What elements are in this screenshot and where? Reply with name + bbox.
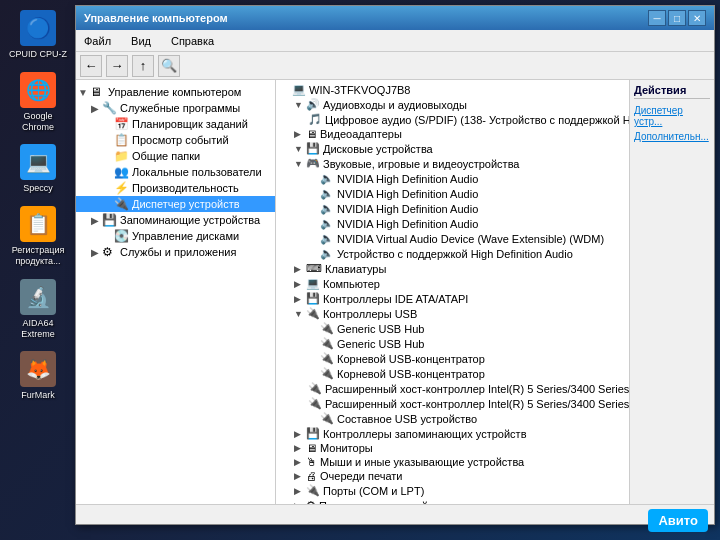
left-tree-item-6[interactable]: ⚡ Производительность	[76, 180, 275, 196]
device-item-16[interactable]: 🔌 Generic USB Hub	[276, 321, 629, 336]
device-item-1[interactable]: ▼ 🔊 Аудиовходы и аудиовыходы	[276, 97, 629, 112]
desktop-icon-aida64[interactable]: 🔬 AIDA64 Extreme	[8, 279, 68, 340]
dev-icon: 🔈	[320, 217, 334, 230]
desktop-icon-furmark[interactable]: 🦊 FurMark	[8, 351, 68, 401]
device-item-0[interactable]: 💻 WIN-3TFKVOQJ7B8	[276, 82, 629, 97]
tree-arrow: ▶	[88, 247, 102, 258]
dev-label: Generic USB Hub	[337, 323, 424, 335]
dev-icon: 💻	[306, 277, 320, 290]
speccy-icon: 💻	[20, 144, 56, 180]
action-link-1[interactable]: Диспетчер устр...	[634, 105, 710, 127]
cpuid-label: CPUID CPU-Z	[9, 49, 67, 60]
tree-label: Локальные пользователи	[132, 166, 262, 178]
left-tree-item-4[interactable]: 📁 Общие папки	[76, 148, 275, 164]
device-item-13[interactable]: ▶ 💻 Компьютер	[276, 276, 629, 291]
dev-icon: 🎮	[306, 157, 320, 170]
tree-label: Просмотр событий	[132, 134, 229, 146]
device-item-9[interactable]: 🔈 NVIDIA High Definition Audio	[276, 216, 629, 231]
tree-icon: ⚙	[102, 245, 118, 259]
device-item-22[interactable]: 🔌 Составное USB устройство	[276, 411, 629, 426]
device-item-27[interactable]: ▶ 🔌 Порты (COM и LPT)	[276, 483, 629, 498]
device-item-19[interactable]: 🔌 Корневой USB-концентратор	[276, 366, 629, 381]
tree-label: Управление компьютером	[108, 86, 241, 98]
back-button[interactable]: ←	[80, 55, 102, 77]
actions-panel: Действия Диспетчер устр... Дополнительн.…	[629, 80, 714, 504]
device-item-3[interactable]: ▶ 🖥 Видеоадаптеры	[276, 127, 629, 141]
dev-label: NVIDIA High Definition Audio	[337, 218, 478, 230]
dev-icon: 🔊	[306, 98, 320, 111]
tree-label: Диспетчер устройств	[132, 198, 240, 210]
device-item-2[interactable]: 🎵 Цифровое аудио (S/PDIF) (138- Устройст…	[276, 112, 629, 127]
expand-arrow: ▼	[294, 100, 306, 110]
tree-label: Запоминающие устройства	[120, 214, 260, 226]
left-tree-item-3[interactable]: 📋 Просмотр событий	[76, 132, 275, 148]
desktop-icon-chrome[interactable]: 🌐 Google Chrome	[8, 72, 68, 133]
device-item-12[interactable]: ▶ ⌨ Клавиатуры	[276, 261, 629, 276]
device-item-6[interactable]: 🔈 NVIDIA High Definition Audio	[276, 171, 629, 186]
dev-icon: 🔈	[320, 172, 334, 185]
expand-arrow: ▶	[294, 486, 306, 496]
up-button[interactable]: ↑	[132, 55, 154, 77]
furmark-label: FurMark	[21, 390, 55, 401]
desktop-icon-cpuid[interactable]: 🔵 CPUID CPU-Z	[8, 10, 68, 60]
menu-file[interactable]: Файл	[80, 34, 115, 48]
device-item-15[interactable]: ▼ 🔌 Контроллеры USB	[276, 306, 629, 321]
device-item-4[interactable]: ▼ 💾 Дисковые устройства	[276, 141, 629, 156]
reg-label: Регистрация продукта...	[8, 245, 68, 267]
device-item-10[interactable]: 🔈 NVIDIA Virtual Audio Device (Wave Exte…	[276, 231, 629, 246]
device-item-21[interactable]: 🔌 Расширенный хост-контроллер Intel(R) 5…	[276, 396, 629, 411]
dev-icon: 💻	[292, 83, 306, 96]
left-tree-item-5[interactable]: 👥 Локальные пользователи	[76, 164, 275, 180]
menu-view[interactable]: Вид	[127, 34, 155, 48]
cpuid-icon: 🔵	[20, 10, 56, 46]
action-link-2[interactable]: Дополнительн...	[634, 131, 710, 142]
search-button[interactable]: 🔍	[158, 55, 180, 77]
maximize-button[interactable]: □	[668, 10, 686, 26]
left-tree-item-2[interactable]: 📅 Планировщик заданий	[76, 116, 275, 132]
dev-icon: 🖥	[306, 442, 317, 454]
dev-label: Контроллеры запоминающих устройств	[323, 428, 526, 440]
device-item-26[interactable]: ▶ 🖨 Очереди печати	[276, 469, 629, 483]
dev-icon: 🔌	[320, 412, 334, 425]
left-tree-item-10[interactable]: ▶ ⚙ Службы и приложения	[76, 244, 275, 260]
desktop-icon-reg[interactable]: 📋 Регистрация продукта...	[8, 206, 68, 267]
tree-arrow: ▶	[88, 215, 102, 226]
aida64-icon: 🔬	[20, 279, 56, 315]
dev-label: Корневой USB-концентратор	[337, 353, 485, 365]
menu-bar: Файл Вид Справка	[76, 30, 714, 52]
menu-help[interactable]: Справка	[167, 34, 218, 48]
desktop: 🔵 CPUID CPU-Z 🌐 Google Chrome 💻 Speccy 📋…	[0, 0, 720, 540]
device-item-14[interactable]: ▶ 💾 Контроллеры IDE ATA/ATAPI	[276, 291, 629, 306]
dev-label: Мониторы	[320, 442, 373, 454]
right-panel[interactable]: 💻 WIN-3TFKVOQJ7B8 ▼ 🔊 Аудиовходы и аудио…	[276, 80, 629, 504]
device-item-5[interactable]: ▼ 🎮 Звуковые, игровые и видеоустройства	[276, 156, 629, 171]
close-button[interactable]: ✕	[688, 10, 706, 26]
device-item-8[interactable]: 🔈 NVIDIA High Definition Audio	[276, 201, 629, 216]
left-tree-item-9[interactable]: 💽 Управление дисками	[76, 228, 275, 244]
minimize-button[interactable]: ─	[648, 10, 666, 26]
device-item-17[interactable]: 🔌 Generic USB Hub	[276, 336, 629, 351]
dev-label: Составное USB устройство	[337, 413, 477, 425]
device-item-7[interactable]: 🔈 NVIDIA High Definition Audio	[276, 186, 629, 201]
expand-arrow: ▶	[294, 279, 306, 289]
dev-icon: 🔈	[320, 232, 334, 245]
forward-button[interactable]: →	[106, 55, 128, 77]
desktop-icon-speccy[interactable]: 💻 Speccy	[8, 144, 68, 194]
device-item-18[interactable]: 🔌 Корневой USB-концентратор	[276, 351, 629, 366]
device-item-25[interactable]: ▶ 🖱 Мыши и иные указывающие устройства	[276, 455, 629, 469]
dev-icon: 🔌	[308, 382, 322, 395]
actions-title: Действия	[634, 84, 710, 99]
left-tree-item-8[interactable]: ▶ 💾 Запоминающие устройства	[76, 212, 275, 228]
device-item-11[interactable]: 🔈 Устройство с поддержкой High Definitio…	[276, 246, 629, 261]
left-panel[interactable]: ▼ 🖥 Управление компьютером ▶ 🔧 Служебные…	[76, 80, 276, 504]
main-window: Управление компьютером ─ □ ✕ Файл Вид Сп…	[75, 5, 715, 525]
device-item-24[interactable]: ▶ 🖥 Мониторы	[276, 441, 629, 455]
dev-icon: ⌨	[306, 262, 322, 275]
left-tree-item-1[interactable]: ▶ 🔧 Служебные программы	[76, 100, 275, 116]
device-item-20[interactable]: 🔌 Расширенный хост-контроллер Intel(R) 5…	[276, 381, 629, 396]
dev-label: Очереди печати	[320, 470, 403, 482]
device-item-23[interactable]: ▶ 💾 Контроллеры запоминающих устройств	[276, 426, 629, 441]
tree-label: Производительность	[132, 182, 239, 194]
left-tree-item-0[interactable]: ▼ 🖥 Управление компьютером	[76, 84, 275, 100]
left-tree-item-7[interactable]: 🔌 Диспетчер устройств	[76, 196, 275, 212]
